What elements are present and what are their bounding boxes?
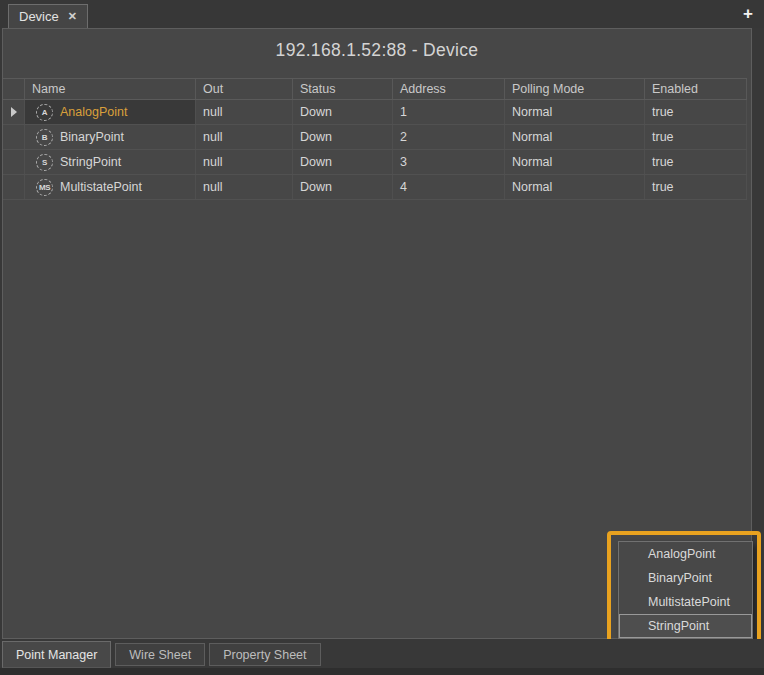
column-header-out[interactable]: Out	[196, 79, 293, 99]
menu-item-analogpoint[interactable]: AnalogPoint	[619, 542, 752, 566]
add-tab-icon[interactable]: +	[743, 4, 753, 24]
point-type-popup-menu: AnalogPointBinaryPointMultistatePointStr…	[618, 541, 753, 639]
view-tab-property-sheet[interactable]: Property Sheet	[209, 643, 320, 666]
menu-item-multistatepoint[interactable]: MultistatePoint	[619, 590, 752, 614]
point-type-icon: A	[36, 104, 53, 121]
bottom-tab-bar: Point ManagerWire SheetProperty Sheet	[0, 639, 764, 675]
point-type-icon: MS	[36, 179, 53, 196]
point-name: MultistatePoint	[60, 180, 142, 194]
page-title: 192.168.1.52:88 - Device	[3, 40, 751, 61]
cell-polling-mode: Normal	[505, 150, 645, 174]
point-name: AnalogPoint	[60, 105, 127, 119]
table-row[interactable]: MS MultistatePoint null Down 4 Normal tr…	[3, 175, 747, 200]
top-tab-bar: Device ✕ +	[0, 0, 764, 28]
cell-polling-mode: Normal	[505, 100, 645, 124]
bottom-strip	[0, 668, 764, 675]
tab-device[interactable]: Device ✕	[8, 4, 88, 28]
row-selector-gutter-header	[3, 79, 25, 99]
row-gutter	[3, 100, 25, 124]
menu-item-binarypoint[interactable]: BinaryPoint	[619, 566, 752, 590]
view-tab-wire-sheet[interactable]: Wire Sheet	[115, 643, 205, 666]
cell-enabled: true	[645, 150, 747, 174]
cell-address: 3	[393, 150, 505, 174]
cell-name[interactable]: MS MultistatePoint	[25, 175, 196, 199]
cell-enabled: true	[645, 175, 747, 199]
tab-device-label: Device	[19, 9, 59, 24]
cell-status: Down	[293, 100, 393, 124]
table-row[interactable]: S StringPoint null Down 3 Normal true	[3, 150, 747, 175]
cell-name[interactable]: A AnalogPoint	[25, 100, 196, 124]
cell-out: null	[196, 125, 293, 149]
menu-item-stringpoint[interactable]: StringPoint	[619, 614, 752, 638]
cell-enabled: true	[645, 100, 747, 124]
column-header-polling-mode[interactable]: Polling Mode	[505, 79, 645, 99]
current-row-indicator	[11, 107, 17, 117]
column-header-address[interactable]: Address	[393, 79, 505, 99]
row-gutter	[3, 175, 25, 199]
cell-polling-mode: Normal	[505, 175, 645, 199]
cell-out: null	[196, 175, 293, 199]
cell-status: Down	[293, 125, 393, 149]
view-tab-point-manager[interactable]: Point Manager	[2, 641, 111, 668]
cell-out: null	[196, 150, 293, 174]
point-name: StringPoint	[60, 155, 121, 169]
cell-address: 4	[393, 175, 505, 199]
column-header-enabled[interactable]: Enabled	[645, 79, 747, 99]
row-gutter	[3, 150, 25, 174]
table-header: NameOutStatusAddressPolling ModeEnabled	[3, 78, 747, 100]
points-table: NameOutStatusAddressPolling ModeEnabled …	[3, 78, 747, 200]
cell-address: 2	[393, 125, 505, 149]
cell-address: 1	[393, 100, 505, 124]
close-tab-icon[interactable]: ✕	[68, 10, 77, 23]
cell-name[interactable]: S StringPoint	[25, 150, 196, 174]
cell-enabled: true	[645, 125, 747, 149]
point-type-icon: S	[36, 154, 53, 171]
cell-out: null	[196, 100, 293, 124]
row-gutter	[3, 125, 25, 149]
table-row[interactable]: A AnalogPoint null Down 1 Normal true	[3, 100, 747, 125]
point-name: BinaryPoint	[60, 130, 124, 144]
view-tabs: Point ManagerWire SheetProperty Sheet	[2, 641, 325, 668]
table-body: A AnalogPoint null Down 1 Normal true B …	[3, 100, 747, 200]
column-header-status[interactable]: Status	[293, 79, 393, 99]
cell-name[interactable]: B BinaryPoint	[25, 125, 196, 149]
column-header-name[interactable]: Name	[25, 79, 196, 99]
cell-status: Down	[293, 150, 393, 174]
cell-polling-mode: Normal	[505, 125, 645, 149]
table-row[interactable]: B BinaryPoint null Down 2 Normal true	[3, 125, 747, 150]
point-type-icon: B	[36, 129, 53, 146]
cell-status: Down	[293, 175, 393, 199]
